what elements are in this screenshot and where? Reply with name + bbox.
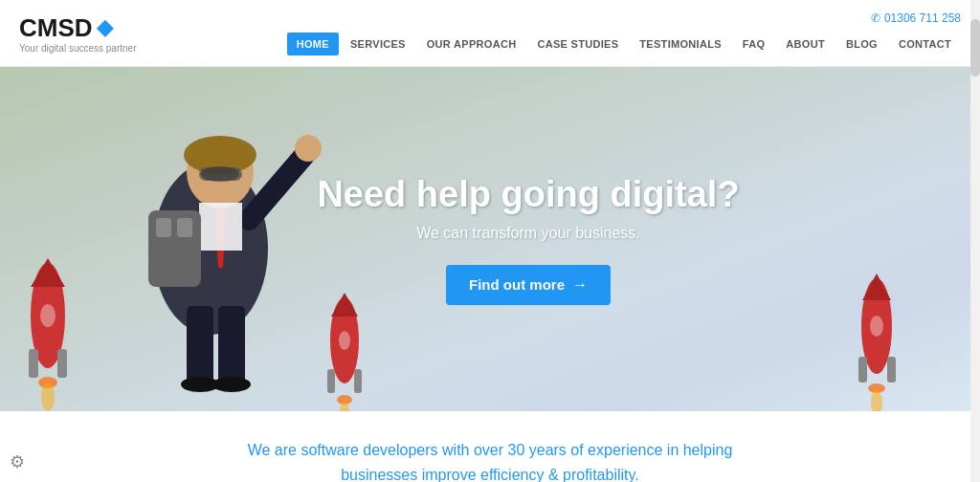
phone-icon: ✆ — [871, 11, 880, 25]
logo-area: CMSD ◆ Your digital success partner — [19, 13, 136, 54]
nav-item-blog[interactable]: BLOG — [836, 33, 887, 55]
header-right: ✆01306 711 258 HOMESERVICESOUR APPROACHC… — [287, 11, 961, 55]
svg-rect-18 — [177, 218, 192, 237]
arrow-icon: → — [572, 276, 588, 294]
svg-point-29 — [871, 390, 882, 411]
svg-point-11 — [201, 166, 239, 182]
svg-rect-33 — [354, 369, 362, 393]
svg-rect-20 — [218, 306, 245, 383]
gear-icon[interactable]: ⚙ — [10, 451, 25, 472]
nav-item-testimonials[interactable]: TESTIMONIALS — [630, 33, 731, 55]
hero-section: Need help going digital? We can transfor… — [0, 67, 980, 411]
svg-point-4 — [40, 304, 56, 327]
svg-rect-19 — [187, 306, 213, 383]
svg-rect-26 — [887, 357, 896, 383]
phone-number: ✆01306 711 258 — [871, 11, 961, 25]
nav-item-home[interactable]: HOME — [287, 33, 339, 55]
nav-item-faq[interactable]: FAQ — [733, 33, 775, 55]
svg-point-6 — [41, 383, 55, 411]
logo-icon: ◆ — [97, 15, 113, 40]
bottom-section: We are software developers with over 30 … — [0, 411, 980, 482]
bottom-line1: We are software developers with over 30 … — [248, 442, 733, 458]
logo-tagline: Your digital success partner — [19, 43, 136, 54]
svg-point-34 — [339, 331, 350, 350]
nav-item-case-studies[interactable]: CASE STUDIES — [527, 33, 628, 55]
rocket-right-decoration — [851, 274, 903, 411]
hero-title: Need help going digital? — [317, 174, 739, 215]
site-header: CMSD ◆ Your digital success partner ✆013… — [0, 0, 980, 67]
svg-point-22 — [212, 377, 251, 392]
rocket-mid-decoration — [321, 293, 368, 411]
svg-point-27 — [870, 316, 883, 337]
nav-item-services[interactable]: SERVICES — [341, 33, 415, 55]
svg-rect-25 — [858, 357, 867, 383]
bottom-line2: businesses improve efficiency & profitab… — [341, 467, 639, 482]
nav-item-about[interactable]: ABOUT — [776, 33, 835, 55]
svg-rect-17 — [156, 218, 171, 237]
hero-content: Need help going digital? We can transfor… — [317, 174, 739, 305]
nav-item-our-approach[interactable]: OUR APPROACH — [417, 33, 526, 55]
svg-marker-24 — [862, 274, 891, 300]
scrollbar-thumb[interactable] — [970, 19, 980, 77]
logo: CMSD ◆ — [19, 13, 136, 43]
find-out-more-button[interactable]: Find out more → — [446, 265, 611, 305]
bottom-description: We are software developers with over 30 … — [203, 438, 777, 482]
scrollbar[interactable] — [970, 0, 980, 482]
svg-rect-15 — [199, 203, 242, 251]
svg-point-13 — [295, 135, 322, 162]
svg-rect-32 — [327, 369, 335, 393]
svg-rect-2 — [29, 349, 38, 378]
hero-subtitle: We can transform your business. — [317, 225, 739, 242]
cta-label: Find out more — [469, 276, 565, 293]
logo-brand: CMSD — [19, 13, 93, 43]
main-nav: HOMESERVICESOUR APPROACHCASE STUDIESTEST… — [287, 33, 961, 55]
nav-item-contact[interactable]: CONTACT — [889, 33, 961, 55]
svg-line-12 — [249, 153, 306, 220]
